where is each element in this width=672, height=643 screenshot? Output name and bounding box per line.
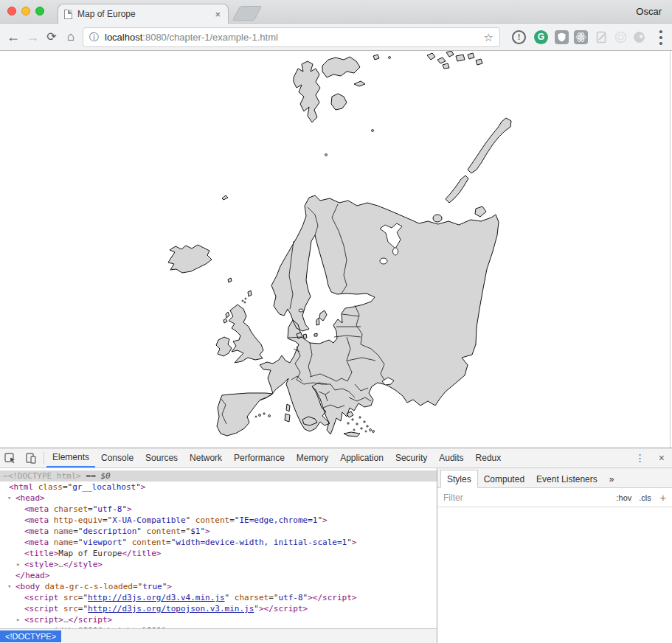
devtools-tab-application[interactable]: Application bbox=[334, 448, 389, 468]
devtools-tab-console[interactable]: Console bbox=[95, 448, 139, 468]
dom-tree-row[interactable]: <meta charset="utf-8"> bbox=[0, 504, 437, 515]
notes-extension-icon[interactable] bbox=[595, 30, 609, 44]
devtools-tabbar: ElementsConsoleSourcesNetworkPerformance… bbox=[0, 448, 672, 468]
dom-tree-row[interactable]: <script src="http://d3js.org/d3.v4.min.j… bbox=[0, 592, 437, 603]
code-token: width=device-width, initial-scale=1 bbox=[176, 538, 347, 547]
browser-tab[interactable]: Map of Europe × bbox=[58, 4, 229, 24]
dom-tree-row[interactable]: <html class="gr__localhost"> bbox=[0, 482, 437, 493]
address-bar[interactable]: ⓘ localhost:8080/chapter-1/example-1.htm… bbox=[83, 27, 500, 47]
dom-tree-row[interactable]: <script src="http://d3js.org/topojson.v3… bbox=[0, 603, 437, 614]
code-token: http-equiv bbox=[49, 515, 103, 525]
profile-name[interactable]: Oscar bbox=[636, 6, 662, 17]
code-token: =" bbox=[133, 582, 142, 591]
page-scrollbar-track[interactable] bbox=[670, 51, 671, 448]
map-iceland bbox=[168, 245, 212, 273]
styles-sidebar: StylesComputedEvent Listeners» Filter :h… bbox=[437, 468, 672, 643]
dom-tree-row[interactable]: ⋯<!DOCTYPE html> == $0 bbox=[0, 470, 437, 482]
browser-toolbar: ← → ⟳ ⌂ ⓘ localhost:8080/chapter-1/examp… bbox=[0, 24, 672, 51]
dom-tree-row[interactable]: ▸<style>…</style> bbox=[0, 559, 437, 570]
warning-circle-extension-icon[interactable]: ! bbox=[512, 30, 526, 44]
code-token: =" bbox=[78, 604, 88, 614]
code-token: ></script> bbox=[308, 593, 356, 602]
code-token: " bbox=[347, 538, 352, 547]
dom-tree-row[interactable]: </head> bbox=[0, 570, 437, 581]
devtools-tab-security[interactable]: Security bbox=[389, 448, 433, 468]
collapse-arrow-icon[interactable]: ▾ bbox=[7, 493, 11, 504]
home-button[interactable]: ⌂ bbox=[61, 24, 80, 50]
devtools-tab-audits[interactable]: Audits bbox=[433, 448, 469, 468]
url-text[interactable]: localhost:8080/chapter-1/example-1.html bbox=[105, 32, 484, 43]
browser-menu-icon[interactable]: ••• bbox=[655, 29, 667, 46]
code-token: " bbox=[254, 604, 259, 614]
code-token: content bbox=[127, 538, 166, 547]
tab-title: Map of Europe bbox=[77, 9, 213, 19]
code-token: </title> bbox=[122, 549, 161, 558]
devtools-tab-network[interactable]: Network bbox=[184, 448, 228, 468]
code-token: name bbox=[49, 538, 73, 547]
devtools-tab-memory[interactable]: Memory bbox=[291, 448, 334, 468]
new-style-rule-icon[interactable]: + bbox=[660, 492, 666, 504]
europe-map bbox=[0, 51, 672, 448]
back-button[interactable]: ← bbox=[4, 24, 23, 50]
window-zoom-button[interactable] bbox=[35, 7, 44, 15]
toggle-class-button[interactable]: .cls bbox=[639, 493, 651, 502]
shield-extension-icon[interactable] bbox=[555, 30, 569, 44]
react-devtools-extension-icon[interactable] bbox=[574, 30, 588, 44]
dom-tree-row[interactable]: ▾<head> bbox=[0, 493, 437, 504]
url-host: localhost bbox=[105, 32, 142, 43]
code-token: data-gr-c-s-loaded bbox=[40, 582, 133, 591]
dom-tree-row[interactable]: ▸<script>…</script> bbox=[0, 614, 437, 625]
devtools-tabs: ElementsConsoleSourcesNetworkPerformance… bbox=[46, 448, 507, 468]
tab-close-icon[interactable]: × bbox=[213, 9, 222, 20]
map-novaya-zemlya bbox=[468, 118, 511, 173]
code-token: IE=edge,chrome=1 bbox=[239, 515, 317, 525]
dom-tree: ⋯<!DOCTYPE html> == $0<html class="gr__l… bbox=[0, 468, 437, 629]
window-minimize-button[interactable] bbox=[21, 7, 30, 15]
dom-tree-row[interactable]: <meta http-equiv="X-UA-Compatible" conte… bbox=[0, 515, 437, 526]
code-token: name bbox=[49, 526, 73, 536]
window-close-button[interactable] bbox=[7, 7, 16, 15]
grammarly-extension-icon[interactable]: G bbox=[534, 30, 548, 44]
url-path: :8080/chapter-1/example-1.html bbox=[142, 32, 278, 43]
code-token: =" bbox=[269, 593, 278, 602]
devtools-more-icon[interactable]: ⋮ bbox=[629, 452, 651, 464]
dom-tree-row[interactable]: ▾<body data-gr-c-s-loaded="true"> bbox=[0, 581, 437, 592]
code-token: =" bbox=[63, 482, 72, 492]
expand-arrow-icon[interactable]: ▸ bbox=[16, 559, 20, 570]
collapse-arrow-icon[interactable]: ▾ bbox=[7, 581, 11, 592]
dom-tree-row[interactable]: <title>Map of Europe</title> bbox=[0, 548, 437, 559]
device-toolbar-icon[interactable] bbox=[25, 452, 37, 464]
code-token: description bbox=[83, 526, 137, 536]
unknown-extension-icon[interactable] bbox=[632, 30, 646, 44]
code-token: viewport bbox=[83, 538, 122, 547]
devtools-tab-redux[interactable]: Redux bbox=[470, 448, 508, 468]
radar-extension-icon[interactable] bbox=[614, 30, 628, 44]
breadcrumb-doctype[interactable]: <!DOCTYPE> bbox=[0, 630, 61, 642]
devtools-close-icon[interactable]: × bbox=[651, 452, 672, 464]
code-token: content bbox=[190, 515, 229, 525]
sidebar-tab-computed[interactable]: Computed bbox=[478, 470, 530, 487]
toggle-hover-state-button[interactable]: :hov bbox=[617, 493, 632, 502]
sidebar-tab-event-listeners[interactable]: Event Listeners bbox=[530, 470, 603, 487]
code-token: =" bbox=[166, 538, 176, 547]
sidebar-tab-styles[interactable]: Styles bbox=[440, 470, 478, 488]
reload-button[interactable]: ⟳ bbox=[42, 24, 61, 50]
code-token: =" bbox=[181, 526, 190, 536]
code-token: =" bbox=[229, 515, 239, 525]
dom-tree-row[interactable]: <meta name="viewport" content="width=dev… bbox=[0, 537, 437, 548]
devtools-tab-sources[interactable]: Sources bbox=[139, 448, 184, 468]
code-token: utf-8 bbox=[97, 504, 122, 514]
site-info-icon[interactable]: ⓘ bbox=[89, 31, 99, 44]
devtools-tab-performance[interactable]: Performance bbox=[228, 448, 291, 468]
expand-arrow-icon[interactable]: ▸ bbox=[16, 614, 20, 625]
code-token: gr__localhost bbox=[72, 482, 136, 492]
bookmark-star-icon[interactable]: ☆ bbox=[484, 31, 493, 44]
new-tab-button[interactable] bbox=[232, 6, 263, 21]
tab-strip: Map of Europe × Oscar bbox=[0, 0, 672, 24]
forward-button[interactable]: → bbox=[23, 24, 42, 50]
dom-tree-row[interactable]: <meta name="description" content="$1"> bbox=[0, 526, 437, 537]
inspect-element-icon[interactable] bbox=[4, 452, 16, 464]
styles-filter-input[interactable]: Filter bbox=[443, 493, 609, 503]
devtools-tab-elements[interactable]: Elements bbox=[46, 448, 95, 468]
sidebar-tab--[interactable]: » bbox=[603, 470, 620, 487]
